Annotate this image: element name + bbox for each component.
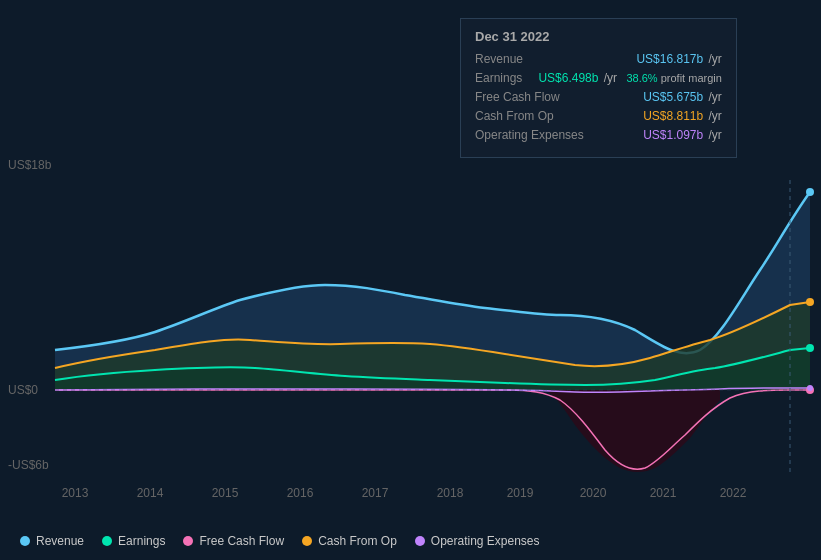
x-label-2020: 2020 xyxy=(580,486,607,500)
legend-item-revenue[interactable]: Revenue xyxy=(20,534,84,548)
x-label-2022: 2022 xyxy=(720,486,747,500)
x-label-2015: 2015 xyxy=(212,486,239,500)
legend-dot-opex xyxy=(415,536,425,546)
legend-item-cfo[interactable]: Cash From Op xyxy=(302,534,397,548)
tooltip-value-earnings: US$6.498b /yr 38.6% profit margin xyxy=(538,71,721,85)
tooltip-label-earnings: Earnings xyxy=(475,71,522,85)
legend-label-fcf: Free Cash Flow xyxy=(199,534,284,548)
legend-dot-earnings xyxy=(102,536,112,546)
tooltip-value-fcf: US$5.675b /yr xyxy=(643,90,722,104)
tooltip-row-cfo: Cash From Op US$8.811b /yr xyxy=(475,109,722,123)
legend-dot-revenue xyxy=(20,536,30,546)
tooltip-row-fcf: Free Cash Flow US$5.675b /yr xyxy=(475,90,722,104)
legend-item-fcf[interactable]: Free Cash Flow xyxy=(183,534,284,548)
legend-item-opex[interactable]: Operating Expenses xyxy=(415,534,540,548)
tooltip-title: Dec 31 2022 xyxy=(475,29,722,44)
x-label-2013: 2013 xyxy=(62,486,89,500)
tooltip-label-cfo: Cash From Op xyxy=(475,109,554,123)
chart-container: US$18b US$0 -US$6b 2013 2014 2015 2016 2… xyxy=(0,0,821,560)
tooltip-value-cfo: US$8.811b /yr xyxy=(643,109,722,123)
svg-point-3 xyxy=(806,298,814,306)
legend-label-earnings: Earnings xyxy=(118,534,165,548)
tooltip-row-revenue: Revenue US$16.817b /yr xyxy=(475,52,722,66)
legend-dot-fcf xyxy=(183,536,193,546)
y-label-bottom: -US$6b xyxy=(8,458,49,472)
tooltip-value-opex: US$1.097b /yr xyxy=(643,128,722,142)
x-label-2016: 2016 xyxy=(287,486,314,500)
svg-point-6 xyxy=(807,385,813,391)
tooltip-box: Dec 31 2022 Revenue US$16.817b /yr Earni… xyxy=(460,18,737,158)
tooltip-value-revenue: US$16.817b /yr xyxy=(636,52,721,66)
tooltip-label-revenue: Revenue xyxy=(475,52,523,66)
x-label-2017: 2017 xyxy=(362,486,389,500)
legend-label-revenue: Revenue xyxy=(36,534,84,548)
y-label-mid: US$0 xyxy=(8,383,38,397)
x-label-2018: 2018 xyxy=(437,486,464,500)
x-label-2021: 2021 xyxy=(650,486,677,500)
legend-label-cfo: Cash From Op xyxy=(318,534,397,548)
y-label-top: US$18b xyxy=(8,158,51,172)
x-label-2019: 2019 xyxy=(507,486,534,500)
tooltip-row-earnings: Earnings US$6.498b /yr 38.6% profit marg… xyxy=(475,71,722,85)
legend-dot-cfo xyxy=(302,536,312,546)
legend-item-earnings[interactable]: Earnings xyxy=(102,534,165,548)
chart-legend: Revenue Earnings Free Cash Flow Cash Fro… xyxy=(20,534,540,548)
legend-label-opex: Operating Expenses xyxy=(431,534,540,548)
tooltip-row-opex: Operating Expenses US$1.097b /yr xyxy=(475,128,722,142)
x-label-2014: 2014 xyxy=(137,486,164,500)
svg-point-2 xyxy=(806,188,814,196)
tooltip-label-opex: Operating Expenses xyxy=(475,128,584,142)
svg-point-4 xyxy=(806,344,814,352)
tooltip-label-fcf: Free Cash Flow xyxy=(475,90,560,104)
